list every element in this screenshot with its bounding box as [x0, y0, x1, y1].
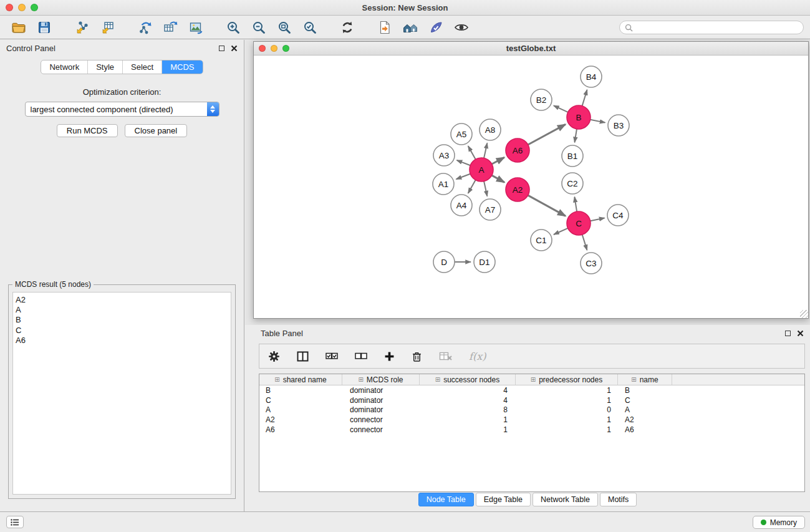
edge-B-B3[interactable]	[591, 120, 605, 123]
column-header[interactable]: ⊞shared name	[259, 374, 342, 385]
edge-C-C2[interactable]	[574, 197, 577, 211]
column-header[interactable]: ⊞name	[618, 374, 672, 385]
zoom-selected-button[interactable]	[299, 17, 321, 37]
network-window-titlebar[interactable]: testGlobe.txt	[254, 42, 808, 56]
apply-layout-button[interactable]	[336, 17, 359, 37]
node-B[interactable]: B	[567, 105, 591, 129]
edge-A-A3[interactable]	[457, 160, 471, 165]
float-panel-icon[interactable]	[219, 46, 224, 51]
tab-mcds[interactable]: MCDS	[162, 60, 202, 74]
import-network-button[interactable]	[70, 17, 93, 37]
node-C2[interactable]: C2	[562, 173, 583, 194]
node-B4[interactable]: B4	[581, 66, 602, 87]
node-B2[interactable]: B2	[531, 89, 552, 110]
node-A[interactable]: A	[470, 158, 493, 181]
edge-A-A5[interactable]	[468, 146, 476, 159]
session-document-button[interactable]	[374, 17, 396, 37]
node-A4[interactable]: A4	[451, 195, 472, 216]
column-header[interactable]: ⊞MCDS role	[342, 374, 420, 385]
unselect-all-button[interactable]	[355, 352, 367, 360]
mcds-result-item[interactable]: A	[16, 305, 231, 315]
run-mcds-button[interactable]: Run MCDS	[57, 124, 118, 137]
node-A2[interactable]: A2	[506, 178, 529, 201]
tab-network-table[interactable]: Network Table	[533, 493, 598, 506]
zoom-in-button[interactable]	[222, 17, 244, 37]
mcds-result-item[interactable]: B	[16, 315, 231, 325]
task-history-button[interactable]	[6, 516, 24, 528]
edge-A2-C[interactable]	[528, 195, 566, 216]
node-B3[interactable]: B3	[608, 115, 629, 136]
open-file-button[interactable]	[7, 17, 30, 37]
edge-A-A1[interactable]	[456, 174, 471, 180]
mcds-result-list[interactable]: A2ABCA6	[12, 292, 231, 495]
home-button[interactable]	[399, 17, 422, 37]
table-row[interactable]: A2connector11A2	[259, 415, 804, 425]
edge-A-A8[interactable]	[484, 143, 487, 158]
criterion-dropdown[interactable]: largest connected component (directed)	[25, 102, 219, 117]
zoom-fit-button[interactable]	[273, 17, 296, 37]
select-all-button[interactable]	[325, 352, 338, 360]
edge-C-C1[interactable]	[554, 228, 568, 235]
window-resize-grip[interactable]	[800, 310, 808, 318]
edge-B-B1[interactable]	[575, 129, 577, 143]
node-B1[interactable]: B1	[562, 145, 583, 167]
close-panel-button[interactable]: Close panel	[125, 124, 188, 137]
edge-A-A2[interactable]	[492, 175, 504, 182]
node-C1[interactable]: C1	[531, 230, 552, 251]
show-hide-button[interactable]	[450, 17, 473, 37]
column-chooser-button[interactable]	[297, 351, 309, 362]
edge-A-A6[interactable]	[492, 157, 504, 164]
close-panel-icon[interactable]	[231, 45, 238, 52]
search-input[interactable]	[636, 23, 798, 32]
node-A7[interactable]: A7	[480, 199, 501, 220]
export-network-button[interactable]	[133, 17, 156, 37]
mcds-result-item[interactable]: A6	[16, 336, 231, 346]
edge-C-C3[interactable]	[582, 235, 587, 250]
table-row[interactable]: Cdominator41C	[259, 395, 804, 405]
node-D1[interactable]: D1	[474, 251, 495, 273]
edge-B-B4[interactable]	[582, 90, 587, 106]
float-table-panel-icon[interactable]	[785, 331, 791, 336]
zoom-out-button[interactable]	[248, 17, 270, 37]
export-image-button[interactable]	[185, 17, 207, 37]
import-table-button[interactable]	[96, 17, 118, 37]
function-builder-button[interactable]: f(x)	[469, 351, 486, 362]
delete-table-button[interactable]	[439, 351, 452, 361]
column-header[interactable]: ⊞predecessor nodes	[516, 374, 618, 385]
node-C3[interactable]: C3	[581, 253, 602, 274]
node-A3[interactable]: A3	[433, 145, 455, 166]
tab-edge-table[interactable]: Edge Table	[476, 493, 531, 506]
style-check-button[interactable]	[425, 17, 447, 37]
memory-button[interactable]: Memory	[753, 516, 805, 529]
node-C4[interactable]: C4	[607, 205, 629, 226]
edge-B-B2[interactable]	[554, 105, 568, 112]
mcds-result-item[interactable]: C	[16, 326, 231, 336]
search-field[interactable]	[619, 21, 804, 34]
node-A6[interactable]: A6	[506, 138, 529, 162]
node-D[interactable]: D	[433, 251, 455, 273]
tab-node-table[interactable]: Node Table	[418, 493, 474, 506]
node-A5[interactable]: A5	[451, 123, 472, 145]
edge-A-A7[interactable]	[484, 181, 487, 196]
save-session-button[interactable]	[33, 17, 55, 37]
network-canvas[interactable]: AA1A2A3A4A5A6A7A8BB1B2B3B4CC1C2C3C4DD1	[254, 56, 808, 318]
table-row[interactable]: A6connector11A6	[259, 425, 804, 435]
edge-C-C4[interactable]	[591, 218, 605, 221]
node-A1[interactable]: A1	[433, 173, 454, 195]
delete-column-button[interactable]	[412, 351, 422, 362]
export-table-button[interactable]	[159, 17, 181, 37]
mcds-result-item[interactable]: A2	[16, 295, 231, 305]
tab-select[interactable]: Select	[122, 60, 162, 74]
add-column-button[interactable]	[384, 351, 395, 362]
table-row[interactable]: Adominator80A	[259, 405, 804, 415]
column-header[interactable]: ⊞successor nodes	[420, 374, 516, 385]
node-C[interactable]: C	[567, 211, 591, 235]
table-settings-button[interactable]	[268, 351, 280, 362]
close-table-panel-icon[interactable]	[797, 330, 804, 337]
table-row[interactable]: Bdominator41B	[259, 385, 804, 395]
edge-A6-B[interactable]	[528, 124, 566, 145]
node-A8[interactable]: A8	[480, 119, 501, 140]
edge-A-A4[interactable]	[468, 180, 476, 193]
tab-style[interactable]: Style	[87, 60, 122, 74]
network-graph[interactable]: AA1A2A3A4A5A6A7A8BB1B2B3B4CC1C2C3C4DD1	[254, 56, 808, 318]
